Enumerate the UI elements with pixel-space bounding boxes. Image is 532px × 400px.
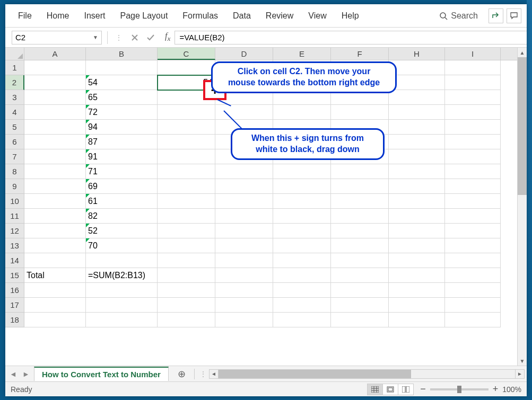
cell-B1[interactable]	[86, 60, 158, 75]
cell-H11[interactable]	[389, 209, 445, 224]
row-header-18[interactable]: 18	[5, 313, 24, 327]
cell-D14[interactable]	[215, 253, 273, 268]
cell-I4[interactable]	[445, 105, 501, 120]
sheet-tab-active[interactable]: How to Convert Text to Number	[34, 367, 169, 381]
cell-F15[interactable]	[331, 268, 389, 283]
cell-B15[interactable]: =SUM(B2:B13)	[86, 268, 158, 283]
column-header-H[interactable]: H	[389, 48, 445, 60]
cell-I10[interactable]	[445, 194, 501, 209]
row-header-10[interactable]: 10	[5, 194, 24, 209]
cell-B5[interactable]: 94	[86, 120, 158, 135]
column-header-F[interactable]: F	[331, 48, 389, 60]
cell-C12[interactable]	[158, 224, 215, 238]
row-header-7[interactable]: 7	[5, 149, 24, 164]
cell-D13[interactable]	[215, 238, 273, 253]
cell-D8[interactable]	[215, 164, 273, 179]
ribbon-tab-view[interactable]: View	[301, 4, 334, 27]
cell-C11[interactable]	[158, 209, 215, 224]
scroll-up-button[interactable]: ▲	[518, 48, 527, 57]
row-header-14[interactable]: 14	[5, 253, 24, 268]
cell-F12[interactable]	[331, 224, 389, 238]
cell-D12[interactable]	[215, 224, 273, 238]
cell-C17[interactable]	[158, 298, 215, 313]
column-header-E[interactable]: E	[273, 48, 331, 60]
cell-A18[interactable]	[24, 313, 86, 327]
row-header-3[interactable]: 3	[5, 90, 24, 105]
cell-I17[interactable]	[445, 298, 501, 313]
cell-E12[interactable]	[273, 224, 331, 238]
cell-A14[interactable]	[24, 253, 86, 268]
cell-B17[interactable]	[86, 298, 158, 313]
cell-D16[interactable]	[215, 283, 273, 298]
cell-H14[interactable]	[389, 253, 445, 268]
zoom-slider-track[interactable]	[430, 388, 489, 390]
cell-E9[interactable]	[273, 179, 331, 194]
cell-I14[interactable]	[445, 253, 501, 268]
cell-B18[interactable]	[86, 313, 158, 327]
cell-D17[interactable]	[215, 298, 273, 313]
formula-menu-button[interactable]: ⋮	[112, 31, 126, 45]
cell-C8[interactable]	[158, 164, 215, 179]
cell-A11[interactable]	[24, 209, 86, 224]
ribbon-tab-page-layout[interactable]: Page Layout	[112, 4, 175, 27]
cell-I1[interactable]	[445, 60, 501, 75]
row-header-9[interactable]: 9	[5, 179, 24, 194]
share-button[interactable]	[489, 8, 503, 23]
ribbon-tab-review[interactable]: Review	[258, 4, 301, 27]
fx-label[interactable]: fx	[161, 31, 175, 43]
cell-H9[interactable]	[389, 179, 445, 194]
cell-B12[interactable]: 52	[86, 224, 158, 238]
cell-B3[interactable]: 65	[86, 90, 158, 105]
comments-button[interactable]	[507, 8, 521, 23]
vscroll-thumb[interactable]	[518, 57, 527, 195]
scroll-down-button[interactable]: ▼	[518, 356, 527, 366]
ribbon-tab-help[interactable]: Help	[334, 4, 367, 27]
cell-I9[interactable]	[445, 179, 501, 194]
search-box[interactable]: Search	[434, 11, 483, 21]
chevron-down-icon[interactable]: ▼	[93, 34, 98, 40]
cell-D11[interactable]	[215, 209, 273, 224]
cell-H1[interactable]	[389, 60, 445, 75]
cell-F4[interactable]	[331, 105, 389, 120]
cell-A9[interactable]	[24, 179, 86, 194]
cell-E15[interactable]	[273, 268, 331, 283]
cell-C15[interactable]	[158, 268, 215, 283]
cell-C6[interactable]	[158, 135, 215, 149]
cell-D10[interactable]	[215, 194, 273, 209]
cell-H7[interactable]	[389, 149, 445, 164]
cell-H3[interactable]	[389, 90, 445, 105]
cell-H8[interactable]	[389, 164, 445, 179]
zoom-value[interactable]: 100%	[502, 385, 521, 394]
cell-D4[interactable]	[215, 105, 273, 120]
cell-C16[interactable]	[158, 283, 215, 298]
ribbon-tab-insert[interactable]: Insert	[76, 4, 112, 27]
cell-I11[interactable]	[445, 209, 501, 224]
cell-B11[interactable]: 82	[86, 209, 158, 224]
column-header-B[interactable]: B	[86, 48, 158, 60]
accept-formula-button[interactable]	[144, 31, 158, 45]
cell-C5[interactable]	[158, 120, 215, 135]
cell-F13[interactable]	[331, 238, 389, 253]
cell-C13[interactable]	[158, 238, 215, 253]
cell-I16[interactable]	[445, 283, 501, 298]
cancel-formula-button[interactable]	[128, 31, 142, 45]
cell-E16[interactable]	[273, 283, 331, 298]
hscroll-thumb[interactable]	[219, 370, 411, 378]
row-header-6[interactable]: 6	[5, 135, 24, 149]
cell-A12[interactable]	[24, 224, 86, 238]
tab-next-button[interactable]: ►	[20, 368, 32, 380]
row-header-8[interactable]: 8	[5, 164, 24, 179]
cell-A2[interactable]	[24, 75, 86, 90]
cell-F10[interactable]	[331, 194, 389, 209]
cell-D18[interactable]	[215, 313, 273, 327]
cell-A15[interactable]: Total	[24, 268, 86, 283]
cell-B10[interactable]: 61	[86, 194, 158, 209]
row-header-15[interactable]: 15	[5, 268, 24, 283]
view-page-layout-button[interactable]	[382, 384, 398, 395]
cell-I13[interactable]	[445, 238, 501, 253]
row-header-17[interactable]: 17	[5, 298, 24, 313]
cell-B7[interactable]: 91	[86, 149, 158, 164]
cell-E11[interactable]	[273, 209, 331, 224]
cell-I7[interactable]	[445, 149, 501, 164]
cell-C18[interactable]	[158, 313, 215, 327]
